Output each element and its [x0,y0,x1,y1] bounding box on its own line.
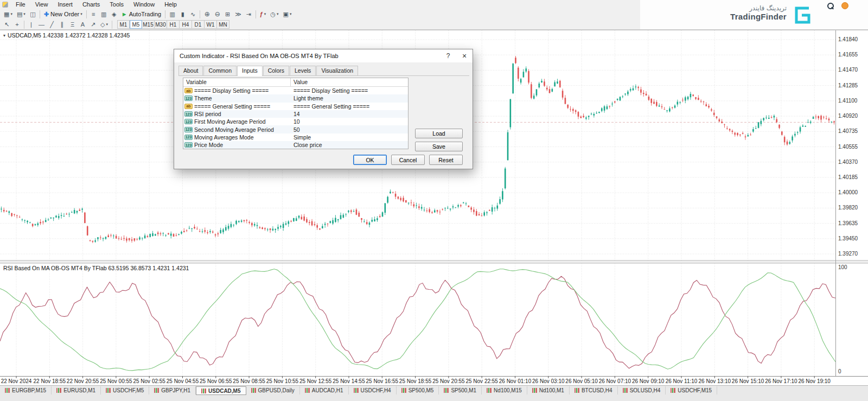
menu-tools[interactable]: Tools [105,1,129,8]
symbol-tab-usdcad-m5[interactable]: USDCAD,M5 [196,386,246,395]
dialog-titlebar[interactable]: Custom Indicator - RSI Based On MA OB-OS… [174,49,473,62]
dialog-tab-common[interactable]: Common [203,66,237,75]
new-order-label: New Order [50,11,79,17]
parameter-value[interactable]: Simple [291,134,408,141]
price-scale[interactable]: 1.418401.416551.414701.412851.411001.409… [836,30,868,386]
symbol-tab-solusd-h4[interactable]: SOLUSD,H4 [618,386,666,394]
text-label-button[interactable]: A [78,20,88,29]
symbol-tab-nd100-m1[interactable]: Nd100,M1 [527,386,570,394]
timeframe-h1-button[interactable]: H1 [167,20,180,29]
templates-button[interactable]: ▣▾ [280,10,293,19]
zoom-in-button[interactable]: ⊕ [202,10,212,19]
inputs-table-row[interactable]: 123ThemeLight theme [183,94,408,102]
inputs-table-row[interactable]: ab===== Display Setting ========== Displ… [183,87,408,94]
indicators-button[interactable]: ƒ▾ [258,10,269,19]
symbol-tab-usdchf-h4[interactable]: USDCHF,H4 [349,386,397,394]
navigator-button[interactable]: ◈ [109,10,119,19]
candles-chart-button[interactable]: ▮ [177,10,188,19]
symbol-tab-usdchf-m5[interactable]: USDCHF,M5 [101,386,149,394]
symbol-tab-gbpjpy-h1[interactable]: GBPJPY,H1 [149,386,196,394]
new-chart-button[interactable]: ▦▾ [2,10,15,19]
tile-windows-button[interactable]: ⊞ [222,10,233,19]
parameter-value[interactable]: ===== Display Setting ===== [291,87,408,94]
dialog-tab-levels[interactable]: Levels [290,66,316,75]
inputs-table-row[interactable]: 123Moving Averages ModeSimple [183,133,408,141]
auto-scroll-button[interactable]: ≫ [233,10,244,19]
symbol-tab-eurgbp-m15[interactable]: EURGBP,M15 [0,386,52,394]
timeframe-w1-button[interactable]: W1 [205,20,217,29]
vertical-line-button[interactable]: | [26,20,36,29]
channel-button[interactable]: ∥ [57,20,67,29]
chart-shift-icon: ⇥ [246,11,251,17]
one-click-collapse-icon[interactable]: ▾ [3,33,5,38]
new-order-button[interactable]: ✚New Order▾ [42,10,85,19]
profiles-button[interactable]: ▤▾ [15,10,28,19]
data-window-button[interactable]: ▥ [99,10,109,19]
account-avatar[interactable] [841,2,848,9]
timeframe-m5-button[interactable]: M5 [130,20,142,29]
dialog-help-button[interactable]: ? [440,49,456,62]
dialog-tab-visualization[interactable]: Visualization [316,66,358,75]
timeframe-mn-button[interactable]: MN [217,20,229,29]
ok-button[interactable]: OK [353,155,387,165]
timeframe-h4-button[interactable]: H4 [180,20,192,29]
inputs-table-row[interactable]: 123RSI period14 [183,110,408,118]
shapes-button[interactable]: ◇▾ [98,20,110,29]
search-icon[interactable] [827,3,834,10]
dialog-tab-about[interactable]: About [178,66,203,75]
bars-chart-button[interactable]: ▥ [167,10,177,19]
menu-window[interactable]: Window [129,1,159,8]
menu-charts[interactable]: Charts [78,1,105,8]
time-axis-label: 25 Nov 10:55 [266,378,299,384]
timeframe-m30-button[interactable]: M30 [155,20,167,29]
timeframe-m15-button[interactable]: M15 [142,20,155,29]
cursor-button[interactable]: ↖ [2,20,12,29]
dialog-close-icon[interactable]: × [456,49,473,62]
dialog-tab-inputs[interactable]: Inputs [237,66,263,76]
zoom-out-button[interactable]: ⊖ [212,10,222,19]
chart-layout-button[interactable]: ◫ [28,10,38,19]
save-button[interactable]: Save [415,142,463,151]
timeframe-m1-button[interactable]: M1 [117,20,130,29]
menu-file[interactable]: File [11,1,30,8]
inputs-table-row[interactable]: 123Price ModeClose price [183,141,408,149]
parameter-value[interactable]: Close price [291,142,408,148]
cancel-button[interactable]: Cancel [391,155,425,165]
symbol-tab-usdchf-m15[interactable]: USDCHF,M15 [666,386,717,394]
line-chart-button[interactable]: ∿ [188,10,198,19]
trendline-button[interactable]: ╱ [47,20,57,29]
horizontal-line-button[interactable]: — [36,20,47,29]
parameter-value[interactable]: 14 [291,111,408,117]
inputs-table-row[interactable]: ab===== General Setting ========== Gener… [183,103,408,110]
inputs-table-row[interactable]: 123Second Moving Average Period50 [183,125,408,133]
menu-view[interactable]: View [30,1,53,8]
autotrading-button[interactable]: ►AutoTrading [119,10,163,19]
market-watch-button[interactable]: ≡ [88,10,99,19]
timeframe-d1-button[interactable]: D1 [192,20,205,29]
symbol-tab-sp500-m1[interactable]: SP500,M1 [439,386,482,394]
time-axis[interactable]: 22 Nov 202422 Nov 18:5522 Nov 20:5525 No… [0,377,868,386]
parameter-value[interactable]: ===== General Setting ===== [291,103,408,110]
candles-chart-icon: ▮ [181,11,184,17]
fibonacci-button[interactable]: Ξ [67,20,78,29]
load-button[interactable]: Load [415,129,463,138]
dialog-tab-colors[interactable]: Colors [263,66,289,75]
parameter-value[interactable]: 10 [291,118,408,125]
chart-shift-button[interactable]: ⇥ [244,10,254,19]
symbol-tab-audcad-h1[interactable]: AUDCAD,H1 [300,386,349,394]
crosshair-button[interactable]: + [12,20,22,29]
mini-chart-icon [487,388,492,393]
menu-insert[interactable]: Insert [53,1,78,8]
symbol-tab-eurusd-m1[interactable]: EURUSD,M1 [52,386,101,394]
reset-button[interactable]: Reset [429,155,463,165]
menu-help[interactable]: Help [159,1,182,8]
parameter-value[interactable]: 50 [291,126,408,133]
symbol-tab-btcusd-h4[interactable]: BTCUSD,H4 [570,386,618,394]
inputs-table-row[interactable]: 123First Moving Average Period10 [183,118,408,125]
periods-button[interactable]: ◷▾ [268,10,280,19]
symbol-tab-nd100-m15[interactable]: Nd100,M15 [482,386,527,394]
symbol-tab-sp500-m5[interactable]: SP500,M5 [397,386,439,394]
parameter-value[interactable]: Light theme [291,95,408,101]
arrow-tool-button[interactable]: ↗ [88,20,98,29]
symbol-tab-gbpusd-daily[interactable]: GBPUSD,Daily [246,386,300,394]
